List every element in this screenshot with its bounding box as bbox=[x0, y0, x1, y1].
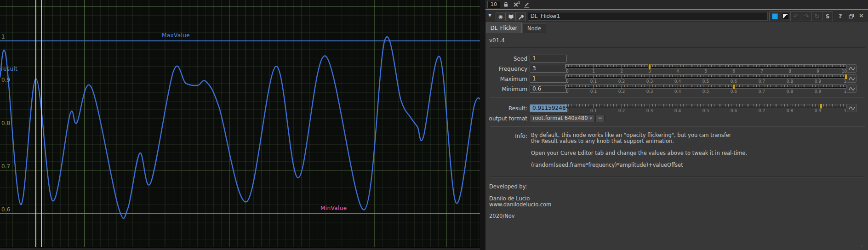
animation-curve-button[interactable] bbox=[847, 74, 857, 83]
slider-tick-label: 0 bbox=[566, 69, 569, 74]
monitor-button[interactable] bbox=[506, 12, 516, 21]
float-panel-icon[interactable] bbox=[849, 13, 854, 20]
slider-major-tick bbox=[594, 104, 594, 108]
slider-tick-label: 0.8 bbox=[787, 108, 793, 113]
node-color-swatch-button[interactable] bbox=[770, 12, 780, 21]
slider-major-tick bbox=[790, 74, 790, 79]
node-name-input[interactable] bbox=[528, 12, 768, 21]
y-axis-tick-label: 0.6 bbox=[1, 206, 10, 213]
slider-tick-label: 5 bbox=[704, 69, 707, 74]
divider bbox=[490, 97, 865, 98]
animation-curve-button[interactable] bbox=[847, 85, 857, 93]
center-node-button[interactable]: ◉ bbox=[496, 12, 506, 21]
maximum-slider[interactable]: 00.10.20.30.40.50.60.70.80.91 bbox=[565, 74, 856, 84]
node-header-bar: ▼ ◉ ↶ ↷ ↻ S ? bbox=[485, 10, 868, 22]
slider-tick-label: 0.1 bbox=[590, 79, 597, 84]
slider-marker[interactable] bbox=[845, 74, 847, 79]
slider-marker[interactable] bbox=[820, 104, 822, 108]
slider-marker[interactable] bbox=[649, 64, 651, 69]
close-all-panels-icon[interactable] bbox=[513, 1, 520, 9]
curve-icon bbox=[849, 77, 855, 81]
playhead-line[interactable] bbox=[35, 0, 36, 247]
slider-tick-label: 0.7 bbox=[759, 108, 765, 113]
slider-marker[interactable] bbox=[733, 85, 735, 89]
max-value-label: MaxValue bbox=[162, 32, 190, 39]
properties-bin-toolbar: 10 bbox=[485, 0, 868, 9]
split-swatch bbox=[782, 13, 788, 19]
slider-tick-label: 0.2 bbox=[618, 89, 625, 94]
slider-tick-label: 6 bbox=[732, 69, 735, 74]
slider-tick-label: 0.5 bbox=[702, 79, 709, 84]
max-panels-field[interactable]: 10 bbox=[487, 1, 500, 8]
frequency-field[interactable]: 3 bbox=[530, 65, 567, 73]
wrench-button[interactable] bbox=[516, 12, 526, 21]
divider bbox=[490, 47, 865, 48]
animation-curve-button[interactable] bbox=[847, 64, 857, 73]
curve-icon bbox=[849, 67, 855, 71]
slider-major-tick bbox=[565, 104, 566, 108]
slider-tick-label: 0 bbox=[566, 108, 569, 113]
minimum-slider[interactable]: 00.10.20.30.40.50.60.70.80.91 bbox=[565, 85, 856, 94]
slider-major-tick bbox=[678, 104, 678, 108]
close-panel-icon[interactable]: × bbox=[859, 12, 864, 19]
slider-tick-label: 0.7 bbox=[759, 79, 765, 84]
edit-pencil-icon[interactable] bbox=[523, 1, 530, 9]
seed-field[interactable]: 1 bbox=[530, 55, 567, 62]
slider-tick-label: 0.5 bbox=[702, 108, 709, 113]
slider-tick-label: 1 bbox=[844, 79, 846, 84]
resize-grip[interactable]: ⋰ bbox=[861, 243, 865, 247]
animation-curve-button[interactable] bbox=[847, 104, 857, 112]
max-value-line[interactable] bbox=[0, 40, 480, 41]
y-axis-tick-label: 0.8 bbox=[1, 120, 10, 126]
center-icon: ◉ bbox=[498, 14, 503, 20]
result-slider[interactable]: 00.10.20.30.40.50.60.70.80.91 bbox=[565, 104, 856, 113]
curve-editor-graph[interactable]: MaxValue MinValue result 10.90.80.70.6 bbox=[0, 0, 480, 250]
slider-major-tick bbox=[706, 64, 706, 68]
slider-tick-label: 0.3 bbox=[646, 89, 653, 94]
min-value-label: MinValue bbox=[320, 205, 347, 211]
gl-color-swatch-button[interactable] bbox=[780, 12, 791, 21]
slider-major-tick bbox=[818, 74, 818, 79]
slider-tick-label: 0.1 bbox=[590, 89, 597, 94]
minimum-field[interactable]: 0.6 bbox=[530, 85, 567, 93]
equals-button[interactable]: = bbox=[595, 115, 605, 122]
chevron-down-icon: ▼ bbox=[590, 115, 592, 122]
settings-button[interactable]: S bbox=[822, 12, 833, 21]
slider-major-tick bbox=[565, 64, 566, 68]
result-field[interactable]: 0.91159248 bbox=[530, 104, 567, 112]
tab-dl-flicker[interactable]: DL_Flicker bbox=[486, 23, 522, 33]
slider-major-tick bbox=[622, 64, 622, 68]
maximum-field[interactable]: 1 bbox=[530, 75, 567, 83]
frequency-label: Frequency bbox=[485, 66, 527, 72]
nuke-window: MaxValue MinValue result 10.90.80.70.6 1… bbox=[0, 0, 868, 250]
slider-major-tick bbox=[650, 85, 650, 89]
wrench-icon bbox=[518, 14, 524, 20]
redo-button[interactable]: ↷ bbox=[801, 12, 812, 21]
slider-major-tick bbox=[734, 74, 734, 79]
result-curve-label: result bbox=[1, 66, 17, 72]
output-format-dropdown[interactable]: root.format 640x480 ▼ bbox=[530, 114, 595, 122]
output-format-label: output format bbox=[485, 115, 527, 122]
tab-node[interactable]: Node bbox=[522, 23, 546, 33]
slider-tick-label: 0.2 bbox=[618, 79, 625, 84]
slider-major-tick bbox=[790, 64, 790, 68]
slider-major-tick bbox=[678, 64, 678, 68]
undo-button[interactable]: ↶ bbox=[791, 12, 801, 21]
curve-icon bbox=[849, 106, 855, 110]
slider-tick-label: 7 bbox=[760, 69, 763, 74]
slider-major-tick bbox=[622, 104, 622, 108]
slider-major-tick bbox=[846, 64, 846, 68]
min-value-line[interactable] bbox=[0, 213, 480, 214]
lock-icon[interactable] bbox=[503, 1, 509, 9]
slider-major-tick bbox=[650, 104, 650, 108]
slider-tick-label: 0.4 bbox=[674, 79, 681, 84]
horizontal-scrollbar[interactable] bbox=[0, 247, 480, 250]
slider-major-tick bbox=[678, 85, 678, 89]
revert-button[interactable]: ↻ bbox=[812, 12, 822, 21]
slider-major-tick bbox=[846, 104, 846, 108]
slider-major-tick bbox=[565, 85, 566, 89]
help-button[interactable]: ? bbox=[839, 12, 842, 19]
collapse-panel-icon[interactable]: ▼ bbox=[488, 13, 491, 17]
slider-major-tick bbox=[650, 74, 650, 79]
frequency-slider[interactable]: 012345678910 bbox=[565, 64, 856, 74]
